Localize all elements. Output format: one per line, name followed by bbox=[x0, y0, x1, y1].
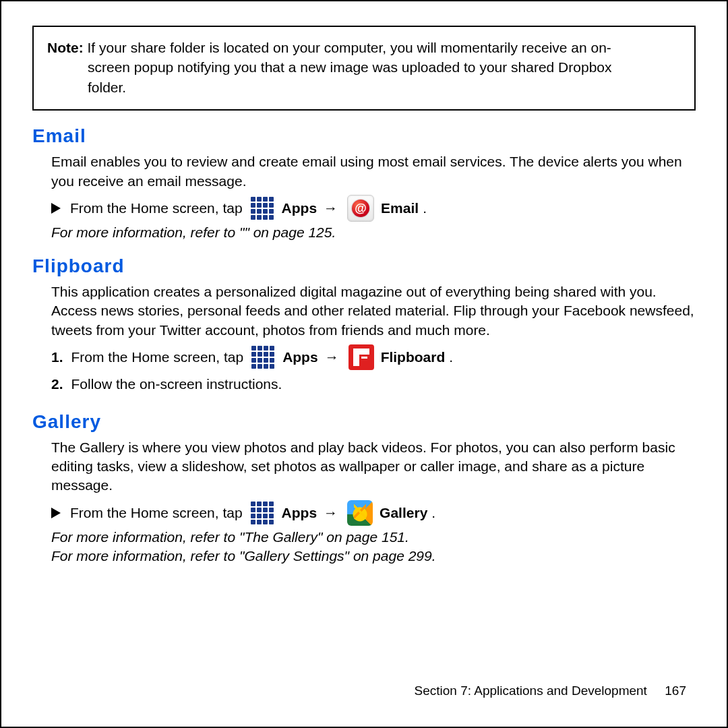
flipboard-step2: 2. Follow the on-screen instructions. bbox=[51, 372, 696, 396]
apps-label: Apps bbox=[282, 501, 317, 525]
gallery-reference-1: For more information, refer to "The Gall… bbox=[51, 529, 696, 545]
triangle-bullet-icon bbox=[51, 508, 61, 518]
period: . bbox=[423, 196, 427, 220]
flipboard-step1: 1. From the Home screen, tap Apps → Flip… bbox=[51, 344, 696, 371]
gallery-reference-2: For more information, refer to "Gallery … bbox=[51, 548, 696, 564]
manual-page: Note: If your share folder is located on… bbox=[0, 0, 728, 728]
period: . bbox=[449, 345, 453, 369]
flipboard-description: This application creates a personalized … bbox=[51, 282, 696, 340]
note-line2: screen popup notifying you that a new im… bbox=[47, 57, 681, 77]
note-text: Note: If your share folder is located on… bbox=[47, 38, 681, 97]
step-text: From the Home screen, tap bbox=[71, 345, 244, 369]
note-line1: If your share folder is located on your … bbox=[84, 40, 611, 55]
period: . bbox=[431, 501, 435, 525]
step-text: From the Home screen, tap bbox=[70, 196, 243, 220]
note-box: Note: If your share folder is located on… bbox=[32, 26, 696, 111]
gallery-app-icon bbox=[347, 500, 373, 526]
footer-page-number: 167 bbox=[665, 684, 686, 698]
email-app-icon: @ bbox=[347, 195, 374, 222]
step-text: Follow the on-screen instructions. bbox=[71, 372, 282, 396]
heading-gallery: Gallery bbox=[32, 411, 696, 433]
triangle-bullet-icon bbox=[51, 203, 61, 214]
step-text: From the Home screen, tap bbox=[70, 501, 243, 525]
apps-label: Apps bbox=[282, 345, 318, 369]
gallery-description: The Gallery is where you view photos and… bbox=[51, 438, 696, 495]
apps-grid-icon bbox=[249, 499, 276, 526]
email-description: Email enables you to review and create e… bbox=[51, 152, 696, 191]
arrow-icon: → bbox=[324, 501, 338, 525]
step-number: 2. bbox=[51, 372, 63, 396]
page-footer: Section 7: Applications and Development … bbox=[415, 684, 687, 698]
heading-flipboard: Flipboard bbox=[32, 255, 696, 277]
apps-label: Apps bbox=[282, 196, 317, 220]
email-reference: For more information, refer to "" on pag… bbox=[51, 224, 696, 241]
footer-section: Section 7: Applications and Development bbox=[415, 684, 647, 698]
gallery-step: From the Home screen, tap Apps → Gallery… bbox=[51, 499, 696, 526]
arrow-icon: → bbox=[325, 345, 339, 369]
email-target-label: Email bbox=[381, 196, 419, 220]
step-number: 1. bbox=[51, 345, 63, 369]
arrow-icon: → bbox=[324, 196, 338, 220]
apps-grid-icon bbox=[249, 195, 276, 222]
flipboard-target-label: Flipboard bbox=[381, 345, 446, 369]
apps-grid-icon bbox=[249, 344, 276, 371]
flipboard-app-icon bbox=[348, 344, 374, 370]
note-line3: folder. bbox=[47, 78, 681, 97]
email-step: From the Home screen, tap Apps → @ Email… bbox=[51, 195, 696, 222]
gallery-target-label: Gallery bbox=[380, 501, 427, 525]
note-label: Note: bbox=[47, 40, 84, 55]
heading-email: Email bbox=[32, 125, 696, 147]
